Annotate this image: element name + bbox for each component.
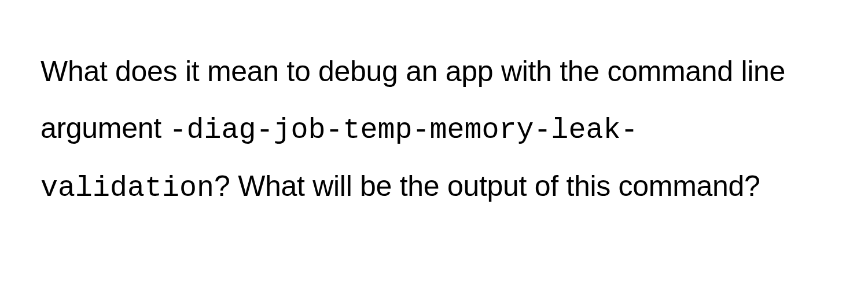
question-paragraph: What does it mean to debug an app with t… <box>41 43 827 217</box>
question-text-part2: ? What will be the output of this comman… <box>214 170 760 202</box>
